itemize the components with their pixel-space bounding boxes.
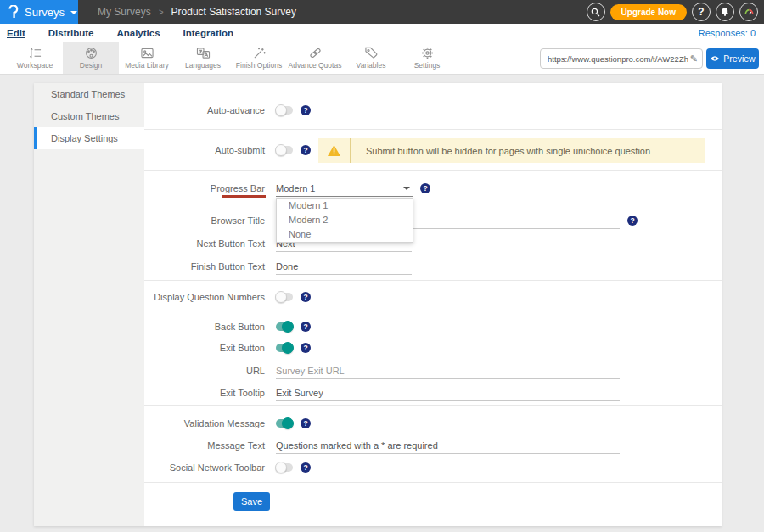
toolbar-label: Design: [80, 61, 102, 70]
toolbar-design[interactable]: Design: [63, 42, 119, 74]
toolbar-finish-options[interactable]: Finish Options: [231, 42, 287, 74]
display-question-numbers-row: Display Question Numbers: [144, 288, 722, 306]
breadcrumb-survey-name: Product Satisfaction Survey: [171, 6, 296, 18]
toolbar-settings[interactable]: Settings: [399, 42, 455, 74]
survey-nav: Edit Distribute Analytics Integration Re…: [0, 24, 764, 42]
surveys-menu[interactable]: Surveys: [0, 0, 78, 24]
preview-button[interactable]: Preview: [706, 48, 759, 69]
help-icon[interactable]: [301, 292, 311, 302]
message-text-input[interactable]: [276, 438, 620, 454]
toolbar-variables[interactable]: Variables: [343, 42, 399, 74]
exit-button-row: Exit Button: [144, 339, 722, 357]
dropdown-option-none[interactable]: None: [277, 227, 413, 242]
toolbar-label: Finish Options: [236, 61, 282, 70]
validation-message-label: Validation Message: [144, 414, 265, 433]
sidebar-item-standard-themes[interactable]: Standard Themes: [34, 83, 144, 105]
edit-pencil-icon[interactable]: ✎: [690, 53, 698, 64]
nav-integration[interactable]: Integration: [183, 28, 233, 38]
responses-count[interactable]: Responses: 0: [699, 28, 764, 38]
help-icon[interactable]: [301, 343, 311, 353]
auto-advance-row: Auto-advance: [144, 101, 722, 120]
finish-options-icon: [252, 47, 267, 59]
finish-button-text-row: Finish Button Text: [144, 257, 722, 276]
display-settings-form: Auto-advance Auto-submit Submit button w…: [144, 83, 722, 526]
social-network-toolbar-label: Social Network Toolbar: [144, 458, 265, 477]
display-question-numbers-toggle[interactable]: [276, 293, 293, 301]
validation-message-toggle[interactable]: [276, 419, 293, 428]
browser-title-row: Browser Title: [144, 211, 722, 230]
finish-button-text-label: Finish Button Text: [144, 257, 265, 276]
progress-bar-value: Modern 1: [276, 183, 315, 193]
auto-advance-toggle[interactable]: [276, 106, 293, 115]
design-icon: [84, 47, 98, 59]
exit-tooltip-input[interactable]: [276, 385, 620, 401]
main-panel: Standard Themes Custom Themes Display Se…: [34, 83, 722, 526]
breadcrumb-my-surveys[interactable]: My Surveys: [98, 6, 151, 18]
notifications-button[interactable]: [716, 3, 734, 21]
help-icon[interactable]: [420, 183, 430, 193]
exit-button-toggle[interactable]: [276, 344, 293, 352]
usage-gauge-button[interactable]: [739, 3, 758, 21]
progress-bar-select[interactable]: Modern 1: [276, 180, 413, 197]
help-icon[interactable]: [301, 418, 311, 428]
finish-button-text-input[interactable]: [276, 259, 412, 275]
questionpro-logo: [8, 5, 19, 19]
help-icon: ?: [698, 6, 704, 18]
dropdown-option-modern2[interactable]: Modern 2: [277, 213, 413, 227]
nav-edit[interactable]: Edit: [7, 28, 25, 38]
nav-analytics[interactable]: Analytics: [116, 28, 160, 38]
media-library-icon: [140, 47, 154, 59]
upgrade-now-button[interactable]: Upgrade Now: [610, 4, 687, 20]
design-sidebar: Standard Themes Custom Themes Display Se…: [34, 83, 144, 526]
validation-message-row: Validation Message: [144, 414, 722, 433]
browser-title-label: Browser Title: [144, 211, 265, 230]
toolbar-workspace[interactable]: Workspace: [7, 42, 63, 74]
chevron-down-icon: [70, 11, 77, 14]
exit-url-row: URL: [144, 361, 722, 380]
dropdown-option-modern1[interactable]: Modern 1: [277, 199, 413, 213]
help-icon[interactable]: [301, 322, 311, 332]
exit-url-input[interactable]: [276, 363, 620, 379]
exit-url-label: URL: [144, 361, 265, 380]
toolbar-label: Workspace: [17, 61, 53, 70]
search-button[interactable]: [587, 3, 605, 21]
languages-icon: [196, 47, 211, 59]
toolbar-label: Settings: [414, 61, 441, 70]
help-icon[interactable]: [627, 216, 638, 226]
workspace-icon: [28, 47, 42, 59]
back-button-row: Back Button: [144, 317, 722, 336]
toolbar-languages[interactable]: Languages: [175, 42, 231, 74]
chevron-down-icon: [403, 187, 410, 190]
toolbar-media-library[interactable]: Media Library: [119, 42, 175, 74]
exit-tooltip-label: Exit Tooltip: [144, 384, 265, 402]
exit-button-label: Exit Button: [144, 339, 265, 357]
help-icon[interactable]: [301, 105, 311, 115]
save-button[interactable]: Save: [233, 492, 270, 511]
advance-quotas-icon: [308, 47, 323, 59]
settings-gear-icon: [420, 47, 435, 59]
auto-submit-toggle[interactable]: [276, 146, 293, 154]
help-icon[interactable]: [301, 145, 311, 155]
exit-tooltip-row: Exit Tooltip: [144, 384, 722, 402]
auto-submit-label: Auto-submit: [144, 141, 265, 160]
back-button-toggle[interactable]: [276, 322, 293, 331]
eye-icon: [710, 55, 720, 62]
sidebar-item-custom-themes[interactable]: Custom Themes: [34, 105, 144, 127]
toolbar-label: Advance Quotas: [289, 61, 342, 70]
progress-bar-dropdown: Modern 1 Modern 2 None: [276, 198, 413, 243]
social-network-toolbar-toggle[interactable]: [276, 463, 293, 472]
message-text-label: Message Text: [144, 436, 265, 455]
breadcrumb: My Surveys > Product Satisfaction Survey: [98, 6, 296, 18]
next-button-text-row: Next Button Text: [144, 234, 722, 253]
next-button-text-label: Next Button Text: [144, 234, 265, 253]
help-button[interactable]: ?: [692, 3, 711, 21]
toolbar-advance-quotas[interactable]: Advance Quotas: [287, 42, 343, 74]
back-button-label: Back Button: [144, 317, 265, 336]
social-network-toolbar-row: Social Network Toolbar: [144, 458, 722, 477]
product-label: Surveys: [25, 6, 65, 19]
display-question-numbers-label: Display Question Numbers: [144, 288, 265, 306]
nav-distribute[interactable]: Distribute: [48, 28, 94, 38]
help-icon[interactable]: [301, 462, 311, 473]
sidebar-item-display-settings[interactable]: Display Settings: [34, 127, 144, 149]
notifications-icon: [720, 7, 730, 17]
